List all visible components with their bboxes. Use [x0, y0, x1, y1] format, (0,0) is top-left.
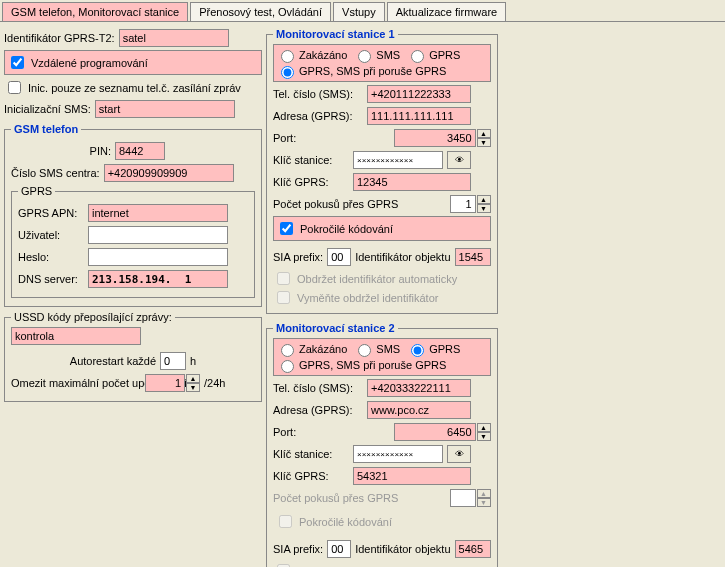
remote-prog-checkbox[interactable] [11, 56, 24, 69]
mon2-retries-up: ▲ [477, 489, 491, 498]
mon1-retries-label: Počet pokusů přes GPRS [273, 198, 398, 210]
mon1-obj-input[interactable] [455, 248, 491, 266]
init-only-checkbox[interactable] [8, 81, 21, 94]
pass-input[interactable] [88, 248, 228, 266]
mon2-tel-input[interactable] [367, 379, 471, 397]
mon2-obj-label: Identifikátor objektu [355, 543, 450, 555]
mon1-key-reveal[interactable]: 👁 [447, 151, 471, 169]
mon1-key-input[interactable] [353, 151, 443, 169]
mon2-sia-input[interactable] [327, 540, 351, 558]
mon2-key-input[interactable] [353, 445, 443, 463]
mon1-radio-gprs[interactable] [411, 50, 424, 63]
mon1-replaceid-label: Vyměňte obdržel identifikátor [297, 292, 438, 304]
ussd-input[interactable] [11, 327, 141, 345]
mon1-tel-input[interactable] [367, 85, 471, 103]
mon2-sia-label: SIA prefix: [273, 543, 323, 555]
mon2-retries-label: Počet pokusů přes GPRS [273, 492, 398, 504]
mon1-legend: Monitorovací stanice 1 [273, 28, 398, 40]
tab-transfer[interactable]: Přenosový test, Ovládání [190, 2, 331, 21]
mon2-retries-down: ▼ [477, 498, 491, 507]
mon1-retries-up[interactable]: ▲ [477, 195, 491, 204]
mon1-autoid-label: Obdržet identifikátor automaticky [297, 273, 457, 285]
mon2-port-down[interactable]: ▼ [477, 432, 491, 441]
pin-label: PIN: [11, 145, 111, 157]
mon2-port-label: Port: [273, 426, 363, 438]
tab-gsm[interactable]: GSM telefon, Monitorovací stanice [2, 2, 188, 21]
remote-prog-label: Vzdálené programování [31, 57, 148, 69]
mon2-radio-gprs[interactable] [411, 344, 424, 357]
mon2-gprskey-label: Klíč GPRS: [273, 470, 349, 482]
mon1-radio-sms[interactable] [358, 50, 371, 63]
mon1-radio-disabled[interactable] [281, 50, 294, 63]
mon1-sia-input[interactable] [327, 248, 351, 266]
mon2-addr-label: Adresa (GPRS): [273, 404, 363, 416]
tab-firmware[interactable]: Aktualizace firmware [387, 2, 506, 21]
limit-unit: /24h [204, 377, 225, 389]
apn-label: GPRS APN: [18, 207, 84, 219]
autorestart-label: Autorestart každé [70, 355, 156, 367]
limit-up[interactable]: ▲ [186, 374, 200, 383]
user-input[interactable] [88, 226, 228, 244]
mon2-retries-input [450, 489, 476, 507]
mon2-key-label: Klíč stanice: [273, 448, 349, 460]
mon1-radio-gprs-sms[interactable] [281, 66, 294, 79]
mon1-tel-label: Tel. číslo (SMS): [273, 88, 363, 100]
autorestart-unit: h [190, 355, 196, 367]
gprs-t2-input[interactable] [119, 29, 229, 47]
mon1-port-label: Port: [273, 132, 363, 144]
mon2-legend: Monitorovací stanice 2 [273, 322, 398, 334]
mon1-autoid-checkbox [277, 272, 290, 285]
pass-label: Heslo: [18, 251, 84, 263]
pin-input[interactable] [115, 142, 165, 160]
mon1-adv-enc-checkbox[interactable] [280, 222, 293, 235]
limit-down[interactable]: ▼ [186, 383, 200, 392]
mon2-addr-input[interactable] [367, 401, 471, 419]
init-only-label: Inic. pouze ze seznamu tel.č. zasílání z… [28, 82, 241, 94]
mon2-port-up[interactable]: ▲ [477, 423, 491, 432]
mon2-radio-gprs-sms[interactable] [281, 360, 294, 373]
mon1-port-up[interactable]: ▲ [477, 129, 491, 138]
user-label: Uživatel: [18, 229, 84, 241]
init-sms-label: Inicializační SMS: [4, 103, 91, 115]
mon2-port-input[interactable] [394, 423, 476, 441]
mon1-addr-label: Adresa (GPRS): [273, 110, 363, 122]
gprs-t2-label: Identifikátor GPRS-T2: [4, 32, 115, 44]
dns-label: DNS server: [18, 273, 84, 285]
limit-label: Omezit maximální počet upozornění [11, 377, 141, 389]
mon1-obj-label: Identifikátor objektu [355, 251, 450, 263]
mon1-replaceid-checkbox [277, 291, 290, 304]
mon2-tel-label: Tel. číslo (SMS): [273, 382, 363, 394]
sms-center-input[interactable] [104, 164, 234, 182]
mon2-gprskey-input[interactable] [353, 467, 471, 485]
autorestart-input[interactable] [160, 352, 186, 370]
mon1-adv-enc-label: Pokročilé kódování [300, 223, 393, 235]
gsm-telefon-legend: GSM telefon [11, 123, 81, 135]
mon1-sia-label: SIA prefix: [273, 251, 323, 263]
mon1-key-label: Klíč stanice: [273, 154, 349, 166]
mon2-adv-enc-checkbox [279, 515, 292, 528]
mon2-key-reveal[interactable]: 👁 [447, 445, 471, 463]
tab-inputs[interactable]: Vstupy [333, 2, 385, 21]
ussd-legend: USSD kódy přeposílající zprávy: [11, 311, 175, 323]
mon1-addr-input[interactable] [367, 107, 471, 125]
sms-center-label: Číslo SMS centra: [11, 167, 100, 179]
mon1-retries-down[interactable]: ▼ [477, 204, 491, 213]
apn-input[interactable] [88, 204, 228, 222]
init-sms-input[interactable] [95, 100, 235, 118]
mon1-gprskey-input[interactable] [353, 173, 471, 191]
mon1-retries-input[interactable] [450, 195, 476, 213]
mon2-radio-disabled[interactable] [281, 344, 294, 357]
mon1-port-input[interactable] [394, 129, 476, 147]
mon2-radio-sms[interactable] [358, 344, 371, 357]
mon2-obj-input[interactable] [455, 540, 491, 558]
gprs-sub-legend: GPRS [18, 185, 55, 197]
mon2-adv-enc-label: Pokročilé kódování [299, 516, 392, 528]
mon1-gprskey-label: Klíč GPRS: [273, 176, 349, 188]
limit-input[interactable] [145, 374, 185, 392]
dns-input[interactable] [88, 270, 228, 288]
mon1-port-down[interactable]: ▼ [477, 138, 491, 147]
